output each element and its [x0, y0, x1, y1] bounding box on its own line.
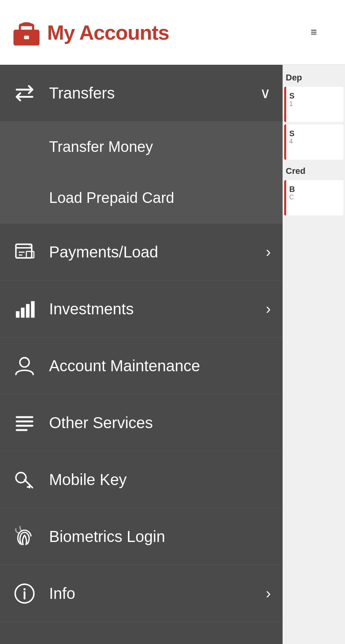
fingerprint-icon — [12, 524, 37, 549]
credit-label: Cred — [283, 162, 345, 178]
list-icon — [12, 410, 37, 436]
investments-chevron-right-icon: › — [266, 301, 271, 317]
svg-point-18 — [20, 358, 29, 367]
svg-rect-17 — [31, 301, 35, 317]
info-label: Info — [49, 585, 262, 602]
transfers-icon — [12, 80, 37, 106]
page-title: My Accounts — [47, 21, 169, 44]
nav-section: Transfers ∨ Transfer Money Load Prepaid … — [0, 65, 283, 644]
account-card-1[interactable]: S 1 — [284, 87, 343, 122]
right-panel-content: Dep S 1 S 4 Cred B C — [283, 65, 345, 222]
credit-card-1[interactable]: B C — [284, 180, 343, 215]
svg-point-23 — [16, 473, 26, 483]
info-icon — [12, 581, 37, 606]
investments-icon — [12, 296, 37, 322]
load-prepaid-label: Load Prepaid Card — [49, 190, 174, 206]
account-maintenance-label: Account Maintenance — [49, 357, 271, 375]
payments-icon — [12, 239, 37, 265]
sidebar-item-account-maintenance[interactable]: Account Maintenance — [0, 338, 283, 394]
svg-rect-16 — [26, 304, 29, 317]
deposits-label: Dep — [283, 69, 345, 84]
sidebar-item-payments[interactable]: Payments/Load › — [0, 224, 283, 281]
transfers-chevron-down-icon: ∨ — [260, 84, 271, 102]
other-services-label: Other Services — [49, 414, 271, 432]
svg-rect-14 — [16, 311, 20, 318]
sidebar-item-transfer-money[interactable]: Transfer Money — [0, 122, 283, 173]
sidebar-item-info[interactable]: Info › — [0, 565, 283, 622]
sidebar-item-other-services[interactable]: Other Services — [0, 394, 283, 451]
account-icon — [12, 353, 37, 379]
right-panel-header: ≡ — [283, 0, 345, 65]
biometrics-label: Biometrics Login — [49, 528, 271, 545]
investments-label: Investments — [49, 300, 262, 318]
right-panel: ≡ Dep S 1 S 4 Cred B C — [283, 0, 345, 644]
transfers-label: Transfers — [49, 84, 256, 102]
svg-point-27 — [24, 588, 26, 590]
transfer-money-label: Transfer Money — [49, 139, 153, 155]
sidebar-item-transfers[interactable]: Transfers ∨ — [0, 65, 283, 122]
sidebar-item-mobile-key[interactable]: Mobile Key — [0, 451, 283, 508]
sidebar-item-biometrics[interactable]: Biometrics Login — [0, 508, 283, 565]
sidebar: My Accounts Transfers ∨ Transfer Money L… — [0, 0, 283, 644]
hamburger-button[interactable]: ≡ — [307, 22, 321, 42]
sidebar-item-investments[interactable]: Investments › — [0, 281, 283, 338]
payments-label: Payments/Load — [49, 243, 262, 261]
app-logo — [12, 21, 39, 44]
account-card-2[interactable]: S 4 — [284, 124, 343, 160]
sidebar-header: My Accounts — [0, 0, 283, 65]
mobile-key-label: Mobile Key — [49, 471, 271, 489]
svg-rect-15 — [21, 307, 24, 317]
payments-chevron-right-icon: › — [266, 244, 271, 261]
info-chevron-right-icon: › — [266, 585, 271, 602]
sidebar-item-load-prepaid[interactable]: Load Prepaid Card — [0, 173, 283, 224]
key-icon — [12, 467, 37, 493]
svg-rect-5 — [24, 35, 29, 39]
